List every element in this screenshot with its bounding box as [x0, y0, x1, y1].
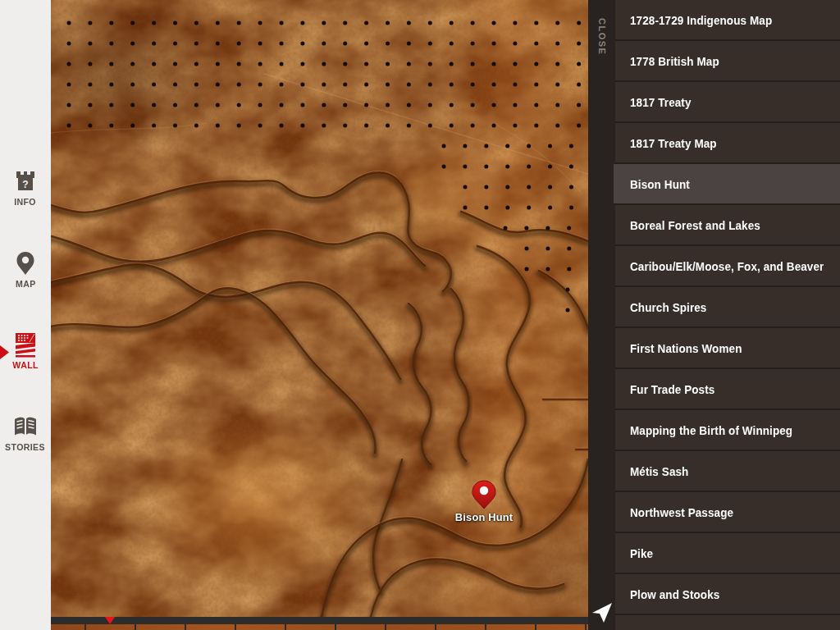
map-pin-icon	[12, 250, 39, 276]
sidebar-item-label: STORIES	[6, 442, 46, 452]
wall-list-item-label: Mapping the Birth of Winnipeg	[630, 423, 792, 437]
wall-list-item-label: Bison Hunt	[630, 177, 690, 191]
wall-list-item[interactable]: Boreal Forest and Lakes	[615, 205, 840, 246]
timeline-tick	[84, 624, 86, 630]
timeline-tick	[235, 624, 236, 630]
wall-list-item-label: First Nations Women	[630, 341, 742, 355]
wall-list-item[interactable]: Church Spires	[615, 287, 840, 328]
pin-label: Bison Hunt	[445, 511, 523, 523]
wall-list-item[interactable]: Pike	[615, 533, 840, 574]
timeline-strip[interactable]	[51, 624, 615, 630]
wall-list-item[interactable]: 1778 British Map	[615, 41, 840, 82]
wall-list-item[interactable]: Métis Sash	[615, 451, 840, 492]
wall-list-item-label: Plow and Stooks	[630, 587, 719, 601]
timeline-tick	[335, 624, 336, 630]
timeline-marker[interactable]	[105, 617, 115, 624]
wall-list-item-label: 1817 Treaty	[630, 95, 692, 109]
wall-list-item[interactable]: 1728-1729 Indigenous Map	[615, 0, 840, 41]
timeline-bar[interactable]	[51, 617, 615, 624]
timeline-tick	[385, 624, 386, 630]
sidebar: ? INFO MAP	[0, 0, 51, 630]
fort-info-icon: ?	[12, 168, 39, 194]
pin-icon	[472, 480, 496, 509]
sidebar-item-stories[interactable]: STORIES	[0, 413, 51, 452]
timeline-tick	[435, 624, 436, 630]
timeline-tick	[535, 624, 536, 630]
sidebar-item-label: WALL	[12, 360, 38, 370]
wall-list-item-label: 1778 British Map	[630, 54, 719, 68]
wall-list-item-label: 1728-1729 Indigenous Map	[630, 13, 772, 27]
timeline[interactable]	[51, 617, 615, 630]
wall-map-app: Bison Hunt ? INFO MAP	[0, 0, 840, 630]
close-panel-strip[interactable]: CLOSE	[588, 0, 615, 630]
wall-map-canvas[interactable]: Bison Hunt	[51, 0, 588, 617]
navigation-arrow-icon[interactable]	[591, 600, 614, 625]
wall-item-list: 1728-1729 Indigenous Map1778 British Map…	[615, 0, 840, 630]
sidebar-item-wall[interactable]: WALL	[0, 331, 51, 370]
wall-icon	[12, 331, 39, 358]
wall-list-item-label: Boreal Forest and Lakes	[630, 218, 760, 232]
timeline-tick	[585, 624, 587, 630]
sidebar-item-map[interactable]: MAP	[0, 250, 51, 289]
wall-list-item[interactable]: Bison Hunt	[614, 164, 840, 205]
map-pin-bison-hunt[interactable]: Bison Hunt	[472, 480, 496, 513]
rust-wall-graphic	[51, 0, 588, 617]
sidebar-item-label: INFO	[15, 197, 37, 207]
stories-book-icon	[12, 413, 39, 440]
wall-list-item-label: 1817 Treaty Map	[630, 136, 717, 150]
timeline-tick	[185, 624, 186, 630]
sidebar-item-info[interactable]: ? INFO	[0, 168, 51, 207]
svg-text:?: ?	[22, 179, 28, 190]
wall-list-item[interactable]: Fur Trade Posts	[615, 369, 840, 410]
wall-list-item-label: Métis Sash	[630, 464, 688, 478]
wall-list-item-label: Caribou/Elk/Moose, Fox, and Beaver	[630, 259, 824, 273]
wall-list-item[interactable]: Northwest Passage	[615, 492, 840, 533]
wall-list-item-label: Fur Trade Posts	[630, 382, 714, 396]
wall-list-item[interactable]: Mapping the Birth of Winnipeg	[615, 410, 840, 451]
timeline-tick	[485, 624, 486, 630]
wall-list-item-label: Northwest Passage	[630, 505, 733, 519]
timeline-tick	[285, 624, 286, 630]
wall-list-item[interactable]: 1817 Treaty Map	[615, 123, 840, 164]
sidebar-item-label: MAP	[16, 279, 36, 289]
wall-list-item-label: Pike	[630, 546, 653, 560]
close-label[interactable]: CLOSE	[588, 8, 615, 66]
wall-list-item[interactable]: Caribou/Elk/Moose, Fox, and Beaver	[615, 246, 840, 287]
wall-list-item-label: Church Spires	[630, 300, 706, 314]
wall-list-item[interactable]: Plow and Stooks	[615, 574, 840, 615]
timeline-tick	[135, 624, 136, 630]
wall-list-item[interactable]: First Nations Women	[615, 328, 840, 369]
wall-list-item[interactable]: 1817 Treaty	[615, 82, 840, 123]
